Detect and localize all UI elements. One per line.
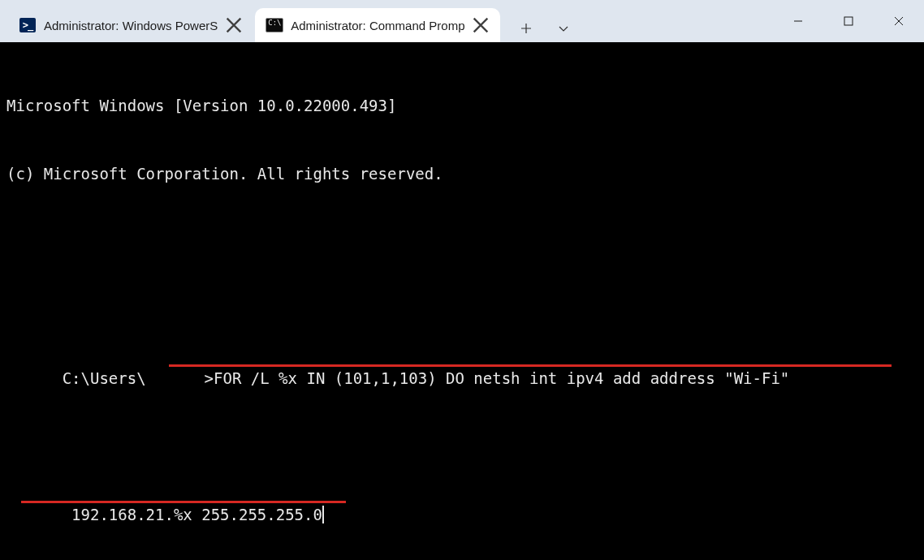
tab-strip: >_ Administrator: Windows PowerS C:\ Adm… — [0, 0, 581, 42]
terminal-output-line: Microsoft Windows [Version 10.0.22000.49… — [6, 94, 918, 117]
annotation-underline — [169, 364, 892, 367]
cmd-icon: C:\ — [266, 19, 283, 32]
terminal-body[interactable]: Microsoft Windows [Version 10.0.22000.49… — [0, 42, 924, 560]
minimize-button[interactable] — [773, 0, 823, 42]
prompt-path: C:\Users\ — [63, 369, 146, 387]
new-tab-button[interactable] — [508, 15, 544, 42]
close-window-button[interactable] — [874, 0, 924, 42]
text-cursor — [322, 506, 324, 523]
tab-dropdown-button[interactable] — [546, 15, 581, 42]
tab-label: Administrator: Windows PowerS — [44, 19, 218, 32]
command-text-part2: 192.168.21.%x 255.255.255.0 — [63, 506, 322, 523]
titlebar[interactable]: >_ Administrator: Windows PowerS C:\ Adm… — [0, 0, 924, 42]
prompt-suffix: > — [205, 369, 214, 387]
svg-rect-0 — [844, 17, 853, 25]
maximize-button[interactable] — [823, 0, 874, 42]
titlebar-drag-region[interactable] — [581, 0, 773, 42]
redacted-username — [146, 370, 205, 386]
terminal-window: >_ Administrator: Windows PowerS C:\ Adm… — [0, 0, 924, 560]
tab-powershell[interactable]: >_ Administrator: Windows PowerS — [8, 8, 253, 42]
terminal-blank-line — [6, 230, 918, 253]
close-tab-button[interactable] — [226, 17, 242, 33]
window-controls — [773, 0, 924, 42]
powershell-icon: >_ — [19, 19, 36, 32]
tab-command-prompt[interactable]: C:\ Administrator: Command Promp — [255, 8, 500, 42]
tab-label: Administrator: Command Promp — [291, 19, 464, 32]
terminal-output-line: (c) Microsoft Corporation. All rights re… — [6, 162, 918, 185]
annotation-underline — [21, 501, 346, 503]
terminal-command-line: C:\Users\>FOR /L %x IN (101,1,103) DO ne… — [6, 344, 918, 435]
terminal-command-line-cont: 192.168.21.%x 255.255.255.0 — [6, 480, 918, 560]
tab-actions — [502, 15, 581, 42]
close-tab-button[interactable] — [473, 17, 489, 33]
command-text-part1: FOR /L %x IN (101,1,103) DO netsh int ip… — [214, 369, 789, 387]
